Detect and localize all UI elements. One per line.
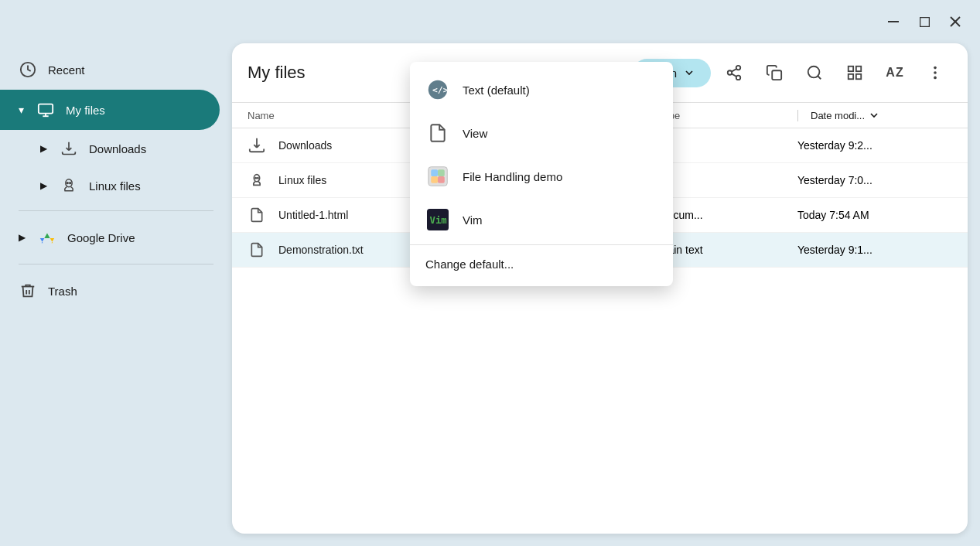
app-icon xyxy=(425,164,450,189)
code-icon: </> xyxy=(425,77,450,102)
svg-point-17 xyxy=(808,67,820,78)
download-folder-icon xyxy=(248,136,266,155)
svg-rect-1 xyxy=(920,17,929,26)
linux-icon xyxy=(60,176,78,195)
clock-icon xyxy=(19,60,37,79)
svg-rect-22 xyxy=(856,74,861,79)
svg-rect-0 xyxy=(888,21,899,22)
sidebar: Recent ▾ My files ▶ Downl xyxy=(0,43,232,546)
chevron-right-icon3: ▶ xyxy=(19,232,26,243)
dropdown-item-view[interactable]: View xyxy=(410,111,673,155)
dropdown-divider xyxy=(410,244,673,245)
computer-icon xyxy=(36,101,55,119)
chevron-right-icon2: ▶ xyxy=(40,180,47,191)
page-title: My files xyxy=(248,63,306,83)
svg-rect-33 xyxy=(438,169,445,176)
linux-folder-icon xyxy=(248,171,266,189)
file-type-untitled: ...ocum... xyxy=(658,209,797,221)
file-name-linux: Linux files xyxy=(278,174,326,186)
svg-rect-32 xyxy=(431,169,438,176)
dropdown-item-text-default-label: Text (default) xyxy=(463,84,530,97)
open-dropdown-menu: </> Text (default) View File Handling de… xyxy=(410,62,673,286)
dropdown-item-file-handling-label: File Handling demo xyxy=(463,170,562,183)
file-type-demonstration: Plain text xyxy=(658,244,797,256)
sidebar-item-google-drive[interactable]: ▶ Google Drive xyxy=(0,217,220,258)
txt-file-icon xyxy=(248,241,266,259)
svg-rect-35 xyxy=(438,176,445,183)
col-header-type[interactable]: Type xyxy=(658,110,797,121)
svg-line-14 xyxy=(732,73,736,77)
svg-rect-31 xyxy=(429,167,448,186)
svg-point-25 xyxy=(934,77,937,80)
search-button[interactable] xyxy=(797,56,831,90)
svg-point-23 xyxy=(934,67,937,70)
svg-rect-21 xyxy=(849,74,853,79)
change-default-label: Change default... xyxy=(425,258,514,271)
sidebar-item-linux-label: Linux files xyxy=(89,179,141,193)
svg-point-28 xyxy=(258,178,258,179)
trash-icon xyxy=(19,282,37,300)
svg-rect-20 xyxy=(856,67,861,71)
sidebar-item-trash-label: Trash xyxy=(48,285,77,298)
download-icon xyxy=(60,139,78,158)
share-button[interactable] xyxy=(717,56,751,90)
sidebar-item-my-files[interactable]: ▾ My files xyxy=(0,90,220,130)
minimize-button[interactable] xyxy=(881,9,906,34)
dropdown-item-file-handling[interactable]: File Handling demo xyxy=(410,155,673,198)
chevron-down-icon: ▾ xyxy=(19,104,24,116)
dropdown-item-view-label: View xyxy=(463,127,487,140)
file-name-downloads: Downloads xyxy=(278,139,332,152)
sidebar-item-linux-files[interactable]: ▶ Linux files xyxy=(0,167,220,204)
chevron-right-icon: ▶ xyxy=(40,143,47,154)
sidebar-item-recent[interactable]: Recent xyxy=(0,49,220,90)
col-name-label: Name xyxy=(248,110,275,121)
file-modified-demonstration: Yesterday 9:1... xyxy=(797,244,952,256)
dropdown-item-vim[interactable]: Vim Vim xyxy=(410,198,673,241)
sidebar-item-trash[interactable]: Trash xyxy=(0,271,220,311)
col-header-modified[interactable]: Date modi... xyxy=(797,109,952,121)
sort-button[interactable]: AZ xyxy=(878,56,912,90)
html-file-icon xyxy=(248,206,266,224)
svg-point-10 xyxy=(70,183,71,184)
dropdown-item-vim-label: Vim xyxy=(463,213,483,227)
svg-point-11 xyxy=(736,66,741,70)
svg-rect-34 xyxy=(431,176,438,183)
file-modified-linux: Yesterday 7:0... xyxy=(797,174,952,186)
title-bar xyxy=(0,0,980,43)
svg-point-12 xyxy=(728,70,732,75)
sidebar-item-downloads-label: Downloads xyxy=(89,142,146,155)
sidebar-item-drive-label: Google Drive xyxy=(67,231,135,244)
file-modified-untitled: Today 7:54 AM xyxy=(797,209,952,221)
svg-point-9 xyxy=(67,183,69,184)
svg-rect-16 xyxy=(772,70,781,80)
sidebar-divider-2 xyxy=(19,264,213,264)
file-name-untitled: Untitled-1.html xyxy=(278,209,348,221)
dropdown-item-text-default[interactable]: </> Text (default) xyxy=(410,68,673,111)
vim-icon: Vim xyxy=(425,207,450,232)
close-button[interactable] xyxy=(943,9,968,34)
svg-rect-5 xyxy=(39,104,53,114)
svg-text:Vim: Vim xyxy=(430,215,447,226)
grid-button[interactable] xyxy=(838,56,872,90)
col-modified-label: Date modi... xyxy=(797,110,865,121)
drive-icon xyxy=(38,228,56,247)
sidebar-item-my-files-label: My files xyxy=(66,104,105,117)
maximize-button[interactable] xyxy=(912,9,937,34)
svg-line-15 xyxy=(732,69,736,72)
svg-point-24 xyxy=(934,71,937,74)
sidebar-item-downloads[interactable]: ▶ Downloads xyxy=(0,130,220,167)
svg-point-27 xyxy=(255,178,256,179)
svg-point-13 xyxy=(736,76,741,80)
change-default-option[interactable]: Change default... xyxy=(410,248,673,280)
file-name-demonstration: Demonstration.txt xyxy=(278,244,364,256)
doc-icon xyxy=(425,121,450,145)
more-button[interactable] xyxy=(918,56,952,90)
copy-button[interactable] xyxy=(757,56,791,90)
sidebar-divider-1 xyxy=(19,210,213,211)
svg-rect-19 xyxy=(849,67,853,71)
sidebar-item-recent-label: Recent xyxy=(48,63,85,77)
file-modified-downloads: Yesterday 9:2... xyxy=(797,139,952,152)
svg-text:</>: </> xyxy=(432,84,449,95)
svg-line-18 xyxy=(818,76,821,79)
